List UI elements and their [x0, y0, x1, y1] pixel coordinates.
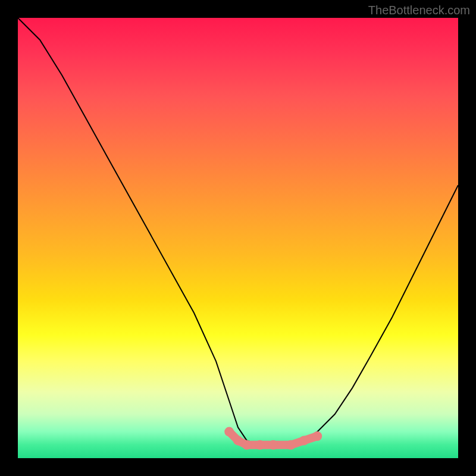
highlight-marker	[312, 431, 322, 441]
highlight-marker	[268, 440, 278, 450]
highlight-marker	[299, 436, 309, 445]
plot-area	[18, 18, 458, 458]
highlight-marker	[286, 440, 296, 450]
highlight-marker	[233, 436, 243, 445]
watermark-text: TheBottleneck.com	[368, 4, 470, 17]
highlight-marker	[224, 427, 234, 437]
highlight-markers	[224, 427, 322, 450]
highlight-marker	[242, 440, 252, 450]
chart-svg	[18, 18, 458, 458]
bottleneck-curve-line	[18, 18, 458, 445]
highlight-marker	[255, 440, 265, 450]
